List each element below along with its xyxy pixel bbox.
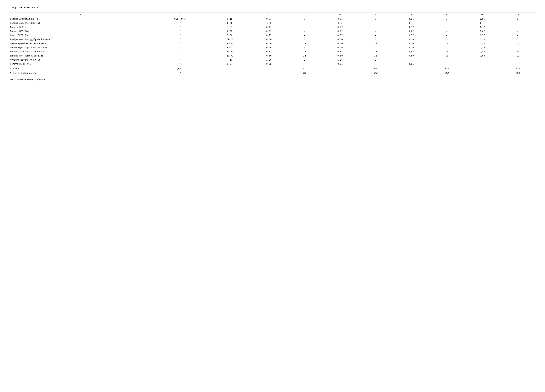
row-name: Погрузчик ПГ-0,2 [9,62,152,66]
row-name: Прицеп БЗС-040 [9,29,152,33]
col-header-8: 8 [393,12,429,17]
footer-text: Лесохозяйственные рабочие: [9,78,536,81]
col-header-4: 4 [251,12,287,17]
col-header-1: I [9,12,152,17]
table-row: Борона дисксвая БДН-3 маш.-смен 3-I2 0,9… [9,17,536,21]
row-col7: 3 [358,17,393,21]
table-row: Разбрасыватель удобрений НРУ-0,5 " II-23… [9,37,536,42]
row-col11: 3 [500,17,536,21]
row-col2: маш.-смен [152,17,209,21]
col-header-2: 2 [152,12,209,17]
row-col9: 3 [429,17,464,21]
row-name: Сцепка С-IIУ [9,25,152,29]
col-header-3: 3 [209,12,251,17]
summary-label-2: В с е г о механизмов: [9,71,152,75]
row-name: Борона дисксвая БДН-3 [9,17,152,21]
summary-row-vsego: В с е г о механизмов: " – – 640 – 636 – … [9,71,536,75]
row-col6: 0,9I [322,17,358,21]
page-header: т.п.р. 4II-03-4.84 ал. I [9,6,536,9]
table-row: Погрузчик ПГ-0,2 " 3-77 0,02 – 0,0I – 0,… [9,62,536,66]
row-name: Выкопочная машина ВМ-I,25 [9,54,152,58]
row-col5: 3 [287,17,322,21]
main-table: I 2 3 4 5 6 7 8 9 IO II Борона дисксвая … [9,12,536,75]
row-name: Разбрасыватель удобрений НРУ-0,5 [9,37,152,42]
col-header-9: 9 [429,12,464,17]
table-row: Прицеп БЗС-040 " 0-33 0,62 – 0,62 – 0,62… [9,29,536,33]
row-col3: 3-I2 [209,17,251,21]
row-name: Борона зубовая БЗСС-I,0 [9,21,152,25]
table-row: Подкормщик-опрыскиватель ПОУ " 6-23 0,26… [9,46,536,50]
summary-row-itogo: И т о г о : руб. – – 243 – 239 – 235 – 2… [9,66,536,71]
summary-label-1: И т о г о : [9,66,152,71]
table-row: Выкопочная машина ВМ-I,25 " 20-09 0,59 I… [9,54,536,58]
row-name: Лесопосадочная машина СЛПМ [9,50,152,54]
row-name: Каток ЗКВГ-I,4 [9,33,152,37]
col-header-6: 6 [322,12,358,17]
row-name: Мульчирователь МСН-0,75 [9,58,152,62]
table-row: Сцепка С-IIУ " I-3I 0,I7 – 0,I7 – 0,I7 –… [9,25,536,29]
col-header-5: 5 [287,12,322,17]
footer-label: Лесохозяйственные рабочие: [9,78,46,81]
col-header-10: IO [464,12,500,17]
row-col10: 0,9I [464,17,500,21]
row-col8: 0,9I [393,17,429,21]
table-row: Каток ЗКВГ-I,4 " I-80 0,II – 0,II – 0,II… [9,33,536,37]
header-title: т.п.р. 4II-03-4.84 ал. I [9,6,43,9]
row-name: Подкормщик-опрыскиватель ПОУ [9,46,152,50]
table-row: Борона зубовая БЗСС-I,0 " 0-08 2,8 – 2,8… [9,21,536,25]
table-row: Мульчирователь МСН-0,75 " 7-I3 I,25 9 I,… [9,58,536,62]
table-row: Прицеп-разбрасыватель РОУ-5 " 35-08 0,50… [9,42,536,46]
col-header-7: 7 [358,12,393,17]
row-name: Прицеп-разбрасыватель РОУ-5 [9,42,152,46]
row-col4: 0,9I [251,17,287,21]
col-header-11: II [500,12,536,17]
table-row: Лесопосадочная машина СЛПМ " 26-24 0,83 … [9,50,536,54]
